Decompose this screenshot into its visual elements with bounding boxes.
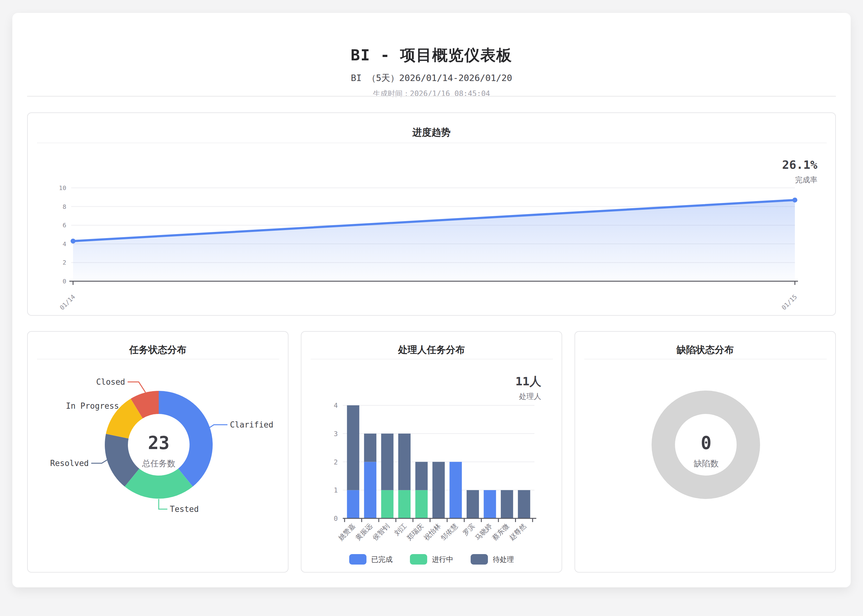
progress-trend-line-chart: 024681001/1401/15 (28, 113, 836, 316)
svg-text:Tested: Tested (170, 504, 199, 514)
progress-trend-card: 进度趋势 024681001/1401/15 26.1% 完成率 (27, 112, 836, 316)
svg-text:In Progress: In Progress (66, 401, 119, 410)
assignee-count-value: 11人 (515, 375, 541, 388)
svg-text:Resolved: Resolved (50, 459, 89, 468)
completion-rate-label: 完成率 (782, 175, 817, 185)
svg-text:Closed: Closed (96, 377, 125, 387)
legend-label-inprogress: 进行中 (432, 555, 454, 564)
svg-text:3: 3 (334, 430, 338, 438)
svg-text:4: 4 (334, 402, 338, 409)
svg-text:1: 1 (334, 486, 338, 494)
header-divider (27, 96, 836, 97)
defect-count-label: 缺陷数 (660, 458, 752, 469)
defect-donut-center: 0 缺陷数 (660, 433, 752, 469)
assignee-count-stat: 11人 处理人 (515, 375, 541, 401)
assignee-distribution-card: 处理人任务分布 01234姚赞嘉黄振远侯智钊刘江郑瑞庆祝怡林邹依慧罗滨马晓婷蔡东… (301, 331, 562, 573)
svg-text:6: 6 (63, 222, 66, 229)
page-subtitle: BI （5天）2026/01/14-2026/01/20 (12, 72, 851, 84)
svg-text:10: 10 (59, 184, 66, 192)
svg-text:祝怡林: 祝怡林 (422, 522, 442, 542)
svg-text:马晓婷: 马晓婷 (474, 522, 493, 542)
svg-text:邹依慧: 邹依慧 (439, 522, 459, 542)
legend-item-inprogress: 进行中 (410, 554, 454, 564)
legend-item-done: 已完成 (349, 554, 393, 564)
svg-text:2: 2 (334, 458, 338, 466)
assignee-count-label: 处理人 (515, 391, 541, 401)
svg-text:姚赞嘉: 姚赞嘉 (337, 522, 357, 542)
svg-text:侯智钊: 侯智钊 (371, 522, 391, 542)
assignee-stacked-bar-chart: 01234姚赞嘉黄振远侯智钊刘江郑瑞庆祝怡林邹依慧罗滨马晓婷蔡东微赵尊然 (301, 332, 563, 573)
task-status-card: 任务状态分布 ClarifiedTestedResolvedIn Progres… (27, 331, 288, 573)
defect-card-divider (584, 359, 827, 360)
report-container: BI - 项目概览仪表板 BI （5天）2026/01/14-2026/01/2… (12, 13, 851, 587)
svg-text:8: 8 (63, 203, 66, 211)
svg-text:赵尊然: 赵尊然 (508, 522, 528, 542)
svg-text:01/15: 01/15 (780, 293, 798, 312)
legend-swatch-inprogress (410, 554, 427, 564)
total-task-label: 总任务数 (112, 458, 205, 469)
defect-card-title: 缺陷状态分布 (575, 343, 835, 356)
svg-text:01/14: 01/14 (58, 293, 77, 312)
completion-rate-stat: 26.1% 完成率 (782, 158, 817, 185)
svg-text:罗滨: 罗滨 (461, 522, 477, 537)
svg-text:Clarified: Clarified (230, 420, 273, 429)
dashboard-page: BI - 项目概览仪表板 BI （5天）2026/01/14-2026/01/2… (0, 0, 863, 616)
total-task-count: 23 (112, 433, 205, 453)
legend-label-pending: 待处理 (493, 555, 514, 564)
defect-count: 0 (660, 433, 752, 453)
svg-text:4: 4 (63, 240, 66, 248)
legend-swatch-pending (471, 554, 488, 564)
svg-text:蔡东微: 蔡东微 (491, 522, 510, 542)
svg-text:郑瑞庆: 郑瑞庆 (405, 522, 425, 542)
generated-timestamp: 生成时间：2026/1/16 08:45:04 (12, 89, 851, 99)
svg-text:2: 2 (63, 259, 66, 266)
svg-text:刘江: 刘江 (393, 522, 408, 537)
task-donut-center: 23 总任务数 (112, 433, 205, 469)
defect-status-card: 缺陷状态分布 0 缺陷数 (575, 331, 836, 573)
legend-label-done: 已完成 (372, 555, 393, 564)
svg-text:0: 0 (334, 515, 338, 522)
legend-item-pending: 待处理 (471, 554, 514, 564)
svg-text:黄振远: 黄振远 (354, 522, 373, 542)
completion-rate-value: 26.1% (782, 158, 817, 172)
page-title: BI - 项目概览仪表板 (12, 45, 851, 66)
svg-text:0: 0 (63, 278, 66, 285)
legend-swatch-done (349, 554, 367, 564)
assignee-legend: 已完成 进行中 待处理 (301, 554, 562, 564)
